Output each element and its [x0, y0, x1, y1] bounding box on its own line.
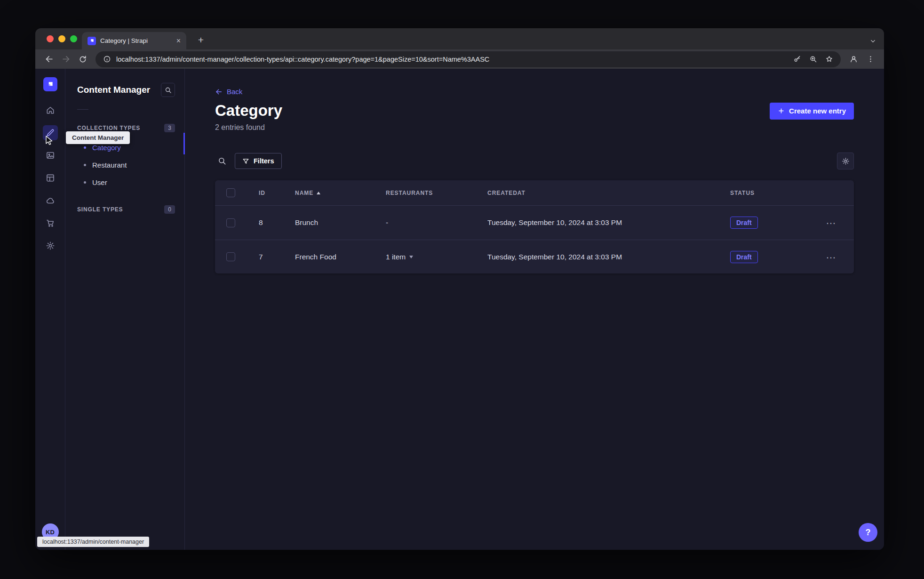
status-badge: Draft [730, 251, 758, 263]
back-icon[interactable] [42, 52, 56, 66]
subnav-search-button[interactable] [161, 83, 175, 97]
tab-search-chevron-icon[interactable] [869, 38, 876, 45]
view-settings-button[interactable] [837, 153, 854, 169]
browser-tab[interactable]: Category | Strapi × [82, 32, 186, 49]
site-info-icon[interactable] [103, 55, 111, 63]
collection-types-list: Category Restaurant User [65, 139, 184, 191]
filters-label: Filters [254, 157, 274, 165]
page-title-block: Category 2 entries found [215, 102, 282, 132]
back-label: Back [227, 88, 242, 96]
strapi-favicon [88, 37, 96, 45]
desktop-background: Category | Strapi × + local [0, 0, 924, 579]
table-row[interactable]: 7 French Food 1 item Tuesday, September … [215, 240, 854, 273]
address-bar[interactable]: localhost:1337/admin/content-manager/col… [96, 51, 841, 67]
settings-gear-icon[interactable] [43, 238, 58, 253]
table-row[interactable]: 8 Brunch - Tuesday, September 10, 2024 a… [215, 206, 854, 240]
minimize-window-button[interactable] [58, 35, 65, 42]
sort-ascending-icon [317, 192, 320, 194]
help-button[interactable]: ? [859, 523, 877, 542]
cloud-icon[interactable] [43, 193, 58, 208]
single-types-section-header: SINGLE TYPES 0 [65, 191, 184, 217]
table-header-row: ID NAME RESTAURANTS CREATEDAT STATUS [215, 180, 854, 206]
cell-restaurants[interactable]: 1 item [386, 253, 487, 261]
cell-id: 7 [259, 253, 295, 261]
bullet-icon [84, 181, 86, 184]
strapi-logo[interactable] [43, 77, 57, 91]
maximize-window-button[interactable] [70, 35, 77, 42]
mouse-cursor [45, 136, 54, 148]
row-checkbox[interactable] [226, 252, 235, 261]
main-content: Back Category 2 entries found Create new… [185, 69, 884, 550]
nav-tooltip: Content Manager [66, 131, 130, 144]
row-actions-menu-icon[interactable]: … [826, 255, 836, 259]
row-actions-menu-icon[interactable]: … [826, 221, 836, 225]
forward-icon[interactable] [59, 52, 73, 66]
single-types-count-badge: 0 [164, 205, 175, 214]
row-checkbox[interactable] [226, 218, 235, 227]
home-icon[interactable] [43, 103, 58, 118]
sidebar-item-user[interactable]: User [65, 174, 184, 191]
browser-toolbar: localhost:1337/admin/content-manager/col… [35, 49, 884, 69]
collection-types-count-badge: 3 [164, 124, 175, 132]
browser-tab-strip: Category | Strapi × + [35, 28, 884, 49]
restaurants-count-label: 1 item [386, 253, 406, 261]
sidebar-item-label: Restaurant [92, 161, 127, 169]
cell-restaurants: - [386, 218, 487, 227]
bullet-icon [84, 146, 86, 149]
header-restaurants[interactable]: RESTAURANTS [386, 190, 487, 196]
single-types-label: SINGLE TYPES [77, 206, 123, 213]
subnav-title: Content Manager [77, 85, 150, 95]
browser-menu-icon[interactable] [863, 52, 877, 66]
collection-types-label: COLLECTION TYPES [77, 125, 140, 131]
zoom-icon[interactable] [809, 55, 817, 63]
header-status[interactable]: STATUS [730, 190, 826, 196]
subnav-header: Content Manager [65, 69, 184, 97]
header-name-label: NAME [295, 190, 313, 196]
cell-name: French Food [295, 253, 386, 261]
reload-icon[interactable] [76, 52, 90, 66]
cell-createdat: Tuesday, September 10, 2024 at 3:03 PM [487, 218, 730, 227]
status-badge: Draft [730, 217, 758, 229]
omnibox-actions [793, 55, 833, 63]
new-tab-button[interactable]: + [194, 33, 207, 47]
close-window-button[interactable] [47, 35, 54, 42]
password-key-icon[interactable] [793, 55, 801, 63]
header-name[interactable]: NAME [295, 190, 386, 196]
sidebar-item-label: User [92, 178, 107, 186]
bookmark-star-icon[interactable] [825, 55, 833, 63]
sidebar-item-label: Category [92, 144, 121, 152]
tab-close-icon[interactable]: × [176, 37, 181, 45]
page-title: Category [215, 102, 282, 120]
page-header: Category 2 entries found Create new entr… [215, 102, 854, 132]
list-toolbar: Filters [215, 153, 854, 169]
header-createdat[interactable]: CREATEDAT [487, 190, 730, 196]
link-status-bubble: localhost:1337/admin/content-manager [37, 537, 149, 547]
rail-nav-items [43, 103, 58, 253]
url-text[interactable]: localhost:1337/admin/content-manager/col… [116, 56, 788, 63]
entries-table: ID NAME RESTAURANTS CREATEDAT STATUS 8 [215, 180, 854, 273]
search-icon[interactable] [215, 154, 229, 168]
back-link[interactable]: Back [215, 88, 242, 96]
cell-id: 8 [259, 218, 295, 227]
create-new-entry-button[interactable]: Create new entry [770, 103, 854, 120]
strapi-admin-app: KD Content Manager COLLECTION TYPES 3 [35, 69, 884, 550]
chevron-down-icon [409, 256, 413, 258]
entries-count: 2 entries found [215, 123, 282, 132]
filters-button[interactable]: Filters [235, 153, 282, 169]
select-all-checkbox[interactable] [226, 188, 235, 197]
content-type-builder-icon[interactable] [43, 170, 58, 185]
bullet-icon [84, 164, 86, 166]
sidebar-item-restaurant[interactable]: Restaurant [65, 156, 184, 174]
create-new-entry-label: Create new entry [789, 107, 846, 115]
header-id[interactable]: ID [259, 190, 295, 196]
media-library-icon[interactable] [43, 148, 58, 163]
marketplace-cart-icon[interactable] [43, 216, 58, 231]
browser-window: Category | Strapi × + local [35, 28, 884, 550]
cell-name: Brunch [295, 218, 386, 227]
profile-avatar-icon[interactable] [846, 52, 860, 66]
cell-createdat: Tuesday, September 10, 2024 at 3:03 PM [487, 253, 730, 261]
tab-title: Category | Strapi [100, 37, 172, 44]
window-controls [47, 35, 77, 42]
